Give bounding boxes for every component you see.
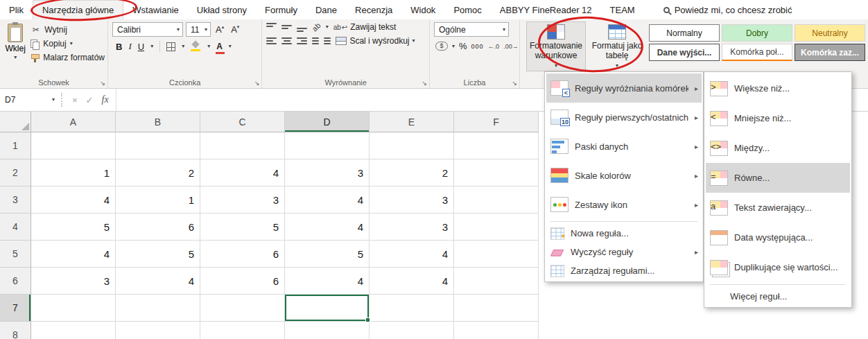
ribbon-tab-7[interactable]: Widok (401, 0, 444, 19)
row-header-7[interactable]: 7 (0, 295, 31, 322)
font-color-icon[interactable]: A (216, 42, 223, 51)
cut-button[interactable]: ✂ Wytnij (31, 25, 105, 35)
comma-style-icon[interactable]: 000 (471, 43, 484, 50)
increase-font-size-button[interactable]: A (214, 24, 226, 35)
cell-B6[interactable]: 4 (116, 268, 200, 295)
cell-C2[interactable]: 4 (200, 159, 285, 186)
cell-D5[interactable]: 5 (285, 241, 370, 268)
align-center-icon[interactable] (281, 37, 292, 44)
ribbon-tab-0[interactable]: Plik (0, 0, 33, 19)
cell-E4[interactable]: 3 (370, 214, 454, 241)
cell-F3[interactable] (454, 186, 539, 214)
column-header-F[interactable]: F (454, 112, 539, 132)
cell-A3[interactable]: 4 (31, 186, 116, 214)
align-bottom-icon[interactable] (297, 23, 307, 32)
cf-menu-item-3[interactable]: Skale kolorów▸ (546, 161, 702, 190)
cell-A1[interactable] (31, 132, 116, 159)
cancel-icon[interactable]: × (72, 95, 78, 105)
cell-C6[interactable]: 6 (200, 268, 285, 295)
cell-D6[interactable]: 4 (285, 268, 370, 295)
cf-menu-item-1[interactable]: 10Reguły pierwszych/ostatnich▸ (546, 103, 702, 132)
column-header-A[interactable]: A (31, 112, 116, 132)
format-painter-button[interactable]: Malarz formatów (31, 53, 105, 62)
cf-submenu-item-1[interactable]: <Mniejsze niż... (706, 103, 850, 133)
cell-E6[interactable]: 4 (370, 268, 454, 295)
cell-B4[interactable]: 6 (116, 214, 200, 241)
cf-menu-item-0[interactable]: <Reguły wyróżniania komórek▸ (546, 73, 702, 103)
cf-menu-item-6[interactable]: Wyczyść reguły▸ (546, 243, 702, 261)
cell-B7[interactable] (116, 295, 200, 322)
cf-menu-item-7[interactable]: Zarządzaj regułami... (546, 261, 702, 280)
align-middle-icon[interactable] (281, 23, 292, 32)
cell-C7[interactable] (200, 295, 285, 322)
column-header-E[interactable]: E (370, 112, 454, 132)
cf-menu-item-2[interactable]: Paski danych▸ (546, 132, 702, 161)
cell-E3[interactable]: 3 (370, 186, 454, 214)
cell-A8[interactable] (31, 322, 116, 339)
cf-submenu-item-4[interactable]: aTekst zawierający... (706, 193, 850, 223)
row-header-2[interactable]: 2 (0, 159, 31, 186)
row-header-3[interactable]: 3 (0, 186, 31, 214)
merge-center-button[interactable]: Scal i wyśrodkuj ▾ (336, 36, 415, 46)
column-header-D[interactable]: D (285, 112, 370, 132)
align-left-icon[interactable] (266, 37, 277, 44)
ribbon-tab-9[interactable]: ABBYY FineReader 12 (491, 0, 601, 19)
font-name-combobox[interactable]: Calibri ▾ (112, 22, 183, 37)
wrap-text-button[interactable]: ab Zawijaj tekst (333, 22, 397, 32)
copy-button[interactable]: Kopiuj ▾ (31, 39, 105, 49)
cell-style-good[interactable]: Dobry (722, 24, 792, 42)
cell-A6[interactable]: 3 (31, 268, 116, 295)
ribbon-tab-1[interactable]: Narzędzia główne (33, 0, 123, 19)
cell-F6[interactable] (454, 268, 539, 295)
row-header-4[interactable]: 4 (0, 214, 31, 241)
cell-C5[interactable]: 6 (200, 241, 285, 268)
cell-E8[interactable] (370, 322, 454, 339)
cell-C8[interactable] (200, 322, 285, 339)
align-right-icon[interactable] (297, 37, 307, 44)
column-header-B[interactable]: B (116, 112, 200, 132)
cell-B5[interactable]: 5 (116, 241, 200, 268)
cell-D1[interactable] (285, 132, 370, 159)
cell-E2[interactable]: 2 (370, 159, 454, 186)
cf-menu-item-4[interactable]: Zestawy ikon▸ (546, 190, 702, 219)
cf-submenu-item-2[interactable]: <>Między... (706, 133, 850, 163)
italic-button[interactable]: I (128, 41, 131, 52)
ribbon-tab-5[interactable]: Dane (306, 0, 346, 19)
formula-bar-handle[interactable] (61, 93, 64, 107)
cell-F5[interactable] (454, 241, 539, 268)
decrease-font-size-button[interactable]: A (229, 24, 241, 35)
cf-menu-item-5[interactable]: Nowa reguła... (546, 224, 702, 243)
tell-me-search[interactable]: Powiedz mi, co chcesz zrobić (663, 0, 792, 19)
cell-F1[interactable] (454, 132, 539, 159)
ribbon-tab-10[interactable]: TEAM (601, 0, 644, 19)
currency-format-icon[interactable]: $ (435, 42, 448, 51)
row-header-8[interactable]: 8 (0, 322, 31, 339)
underline-button[interactable]: U (138, 42, 144, 52)
decrease-decimal-icon[interactable]: .00→ (503, 43, 519, 50)
cell-C1[interactable] (200, 132, 285, 159)
name-box[interactable]: D7 ▾ (0, 89, 60, 111)
cell-E1[interactable] (370, 132, 454, 159)
align-top-icon[interactable] (266, 23, 277, 32)
column-header-C[interactable]: C (200, 112, 285, 132)
insert-function-icon[interactable]: fx (102, 94, 109, 105)
cell-E5[interactable]: 4 (370, 241, 454, 268)
dialog-launcher-icon[interactable]: ↘ (512, 80, 517, 87)
paste-button[interactable]: Wklej ▾ (4, 22, 26, 76)
cell-A4[interactable]: 5 (31, 214, 116, 241)
cell-A7[interactable] (31, 295, 116, 322)
increase-decimal-icon[interactable]: ←.0 (488, 43, 500, 50)
number-format-combobox[interactable]: Ogólne ▾ (434, 22, 509, 37)
cell-D7[interactable] (285, 295, 370, 322)
font-size-combobox[interactable]: 11 ▾ (186, 22, 211, 37)
cf-submenu-item-3[interactable]: =Równe... (706, 163, 850, 193)
bold-button[interactable]: B (116, 42, 122, 52)
ribbon-tab-3[interactable]: Układ strony (188, 0, 256, 19)
ribbon-tab-2[interactable]: Wstawianie (123, 0, 187, 19)
cf-submenu-item-6[interactable]: Duplikujące się wartości... (706, 252, 850, 282)
cell-F2[interactable] (454, 159, 539, 186)
ribbon-tab-4[interactable]: Formuły (256, 0, 306, 19)
increase-indent-icon[interactable] (324, 37, 331, 44)
row-header-5[interactable]: 5 (0, 241, 31, 268)
cell-style-normal[interactable]: Normalny (649, 24, 720, 42)
